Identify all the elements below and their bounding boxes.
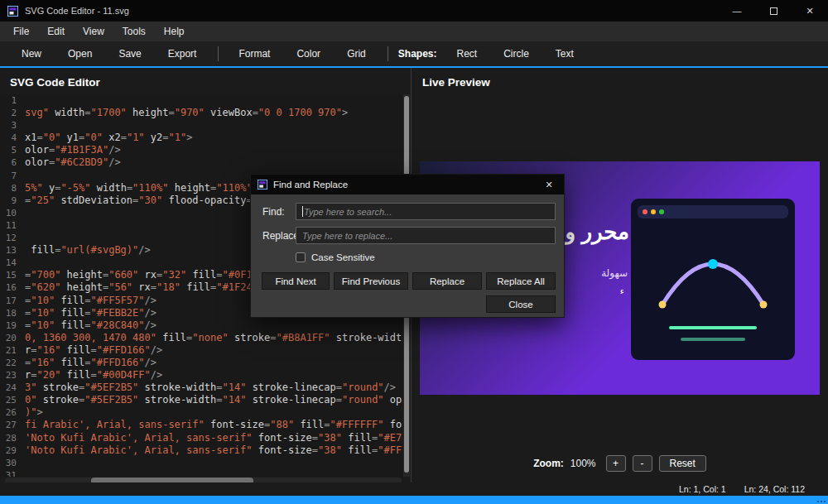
zoom-reset-button[interactable]: Reset — [659, 455, 706, 472]
toolbar-separator — [218, 46, 219, 61]
find-previous-button[interactable]: Find Previous — [334, 272, 408, 290]
code-line: 3 — [0, 119, 402, 132]
close-button[interactable]: ✕ — [792, 0, 828, 22]
toolbar: New Open Save Export Format Color Grid S… — [0, 41, 828, 66]
code-line: 30 — [0, 457, 402, 469]
code-line: 5olor="#1B1F3A"/> — [0, 144, 402, 156]
code-line: 23r="20" fill="#00D4FF"/> — [0, 369, 402, 382]
zoom-out-button[interactable]: - — [633, 455, 652, 472]
menu-view[interactable]: View — [74, 22, 113, 41]
case-sensitive-checkbox[interactable] — [296, 252, 306, 262]
zoom-in-button[interactable]: + — [606, 455, 626, 472]
code-line: 19="10" fill="#28C840"/> — [0, 319, 402, 332]
dialog-title: Find and Replace — [273, 180, 348, 190]
code-line: 250" stroke="#5EF2B5" stroke-width="14" … — [0, 394, 402, 406]
menu-help[interactable]: Help — [155, 22, 194, 41]
editor-pane-title: SVG Code Editor — [10, 76, 100, 89]
case-sensitive-row: Case Sensitive — [296, 252, 375, 262]
menu-bar: File Edit View Tools Help — [0, 22, 828, 41]
app-window: SVG Code Editor - 11.svg — ✕ File Edit V… — [0, 0, 828, 504]
yellow-dot-icon — [651, 209, 656, 214]
dialog-title-bar[interactable]: Find and Replace ✕ — [251, 175, 564, 194]
code-line: 22="16" fill="#FFD166"/> — [0, 357, 402, 369]
code-line: 26)"> — [0, 406, 402, 419]
text-shape-button[interactable]: Text — [546, 45, 584, 63]
card-background — [631, 199, 795, 360]
resize-grip[interactable] — [816, 497, 826, 502]
replace-placeholder: Type here to replace... — [302, 231, 392, 241]
zoom-label: Zoom: — [533, 458, 564, 469]
menu-edit[interactable]: Edit — [38, 22, 74, 41]
color-button[interactable]: Color — [286, 45, 330, 63]
code-line: 21r="16" fill="#FFD166"/> — [0, 344, 402, 357]
dialog-icon — [258, 180, 267, 190]
close-dialog-button[interactable]: Close — [486, 295, 556, 313]
find-next-button[interactable]: Find Next — [262, 272, 330, 290]
code-line: 29'Noto Kufi Arabic', Arial, sans-serif"… — [0, 444, 402, 457]
shapes-label: Shapes: — [398, 48, 437, 60]
dialog-button-row: Find Next Find Previous Replace Replace … — [262, 272, 556, 290]
preview-browser-card — [631, 199, 795, 360]
preview-heading-text: محرر و — [566, 219, 629, 245]
arc-right-end-dot — [760, 301, 768, 309]
code-line: 28'Noto Kufi Arabic', Arial, sans-serif"… — [0, 432, 402, 444]
code-line: 243" stroke="#5EF2B5" stroke-width="14" … — [0, 382, 402, 394]
find-placeholder: Type here to search... — [304, 207, 392, 217]
status-row: Ln: 1, Col: 1 Ln: 24, Col: 112 — [0, 482, 828, 496]
toolbar-separator — [388, 46, 388, 61]
minimize-button[interactable]: — — [719, 0, 755, 22]
open-button[interactable]: Open — [58, 45, 102, 63]
circle-shape-button[interactable]: Circle — [493, 45, 539, 63]
arc-left-end-dot — [659, 301, 667, 309]
arc-top-dot — [708, 259, 718, 269]
dialog-close-icon: ✕ — [545, 180, 552, 190]
cursor-position-left: Ln: 1, Col: 1 — [679, 484, 726, 494]
zoom-controls: Zoom: 100% + - Reset — [412, 455, 828, 472]
find-replace-dialog: Find and Replace ✕ Find: Type here to se… — [250, 174, 565, 318]
app-icon — [7, 6, 18, 17]
code-line: 27fi Arabic', Arial, sans-serif" font-si… — [0, 419, 402, 431]
replace-input[interactable]: Type here to replace... — [296, 227, 556, 244]
menu-file[interactable]: File — [4, 22, 38, 41]
status-bar — [0, 496, 828, 504]
rect-shape-button[interactable]: Rect — [446, 45, 487, 63]
zoom-value: 100% — [570, 458, 596, 469]
green-dot-icon — [659, 209, 664, 214]
menu-tools[interactable]: Tools — [113, 22, 155, 41]
replace-all-button[interactable]: Replace All — [486, 272, 556, 290]
title-bar[interactable]: SVG Code Editor - 11.svg — ✕ — [0, 0, 828, 22]
code-line: 31 — [0, 469, 402, 477]
code-line: 4x1="0" y1="0" x2="1" y2="1"> — [0, 132, 402, 144]
find-input[interactable]: Type here to search... — [296, 203, 556, 220]
close-icon: ✕ — [806, 6, 813, 17]
code-line: 1 — [0, 94, 402, 107]
save-button[interactable]: Save — [108, 45, 151, 63]
format-button[interactable]: Format — [229, 45, 280, 63]
text-caret — [302, 206, 303, 217]
preview-pane-title: Live Preview — [422, 76, 490, 89]
red-dot-icon — [643, 209, 647, 214]
minimize-icon: — — [733, 6, 742, 16]
code-line: 200, 1360 300, 1470 480" fill="none" str… — [0, 332, 402, 344]
cursor-position-right: Ln: 24, Col: 112 — [744, 484, 805, 494]
replace-button[interactable]: Replace — [412, 272, 482, 290]
case-sensitive-label: Case Sensitive — [311, 252, 375, 262]
preview-subtitle2-text: ء — [620, 286, 624, 296]
preview-subtitle-text: سهولة — [601, 267, 628, 279]
grid-button[interactable]: Grid — [337, 45, 376, 63]
code-line: 6olor="#6C2BD9"/> — [0, 156, 402, 169]
export-button[interactable]: Export — [158, 45, 207, 63]
dialog-close-button[interactable]: ✕ — [534, 175, 564, 194]
new-button[interactable]: New — [12, 45, 51, 63]
find-label: Find: — [262, 206, 285, 218]
code-line: 2svg" width="1700" height="970" viewBox=… — [0, 107, 402, 119]
maximize-button[interactable] — [755, 0, 792, 22]
maximize-icon — [770, 7, 777, 15]
window-title: SVG Code Editor - 11.svg — [25, 6, 129, 16]
